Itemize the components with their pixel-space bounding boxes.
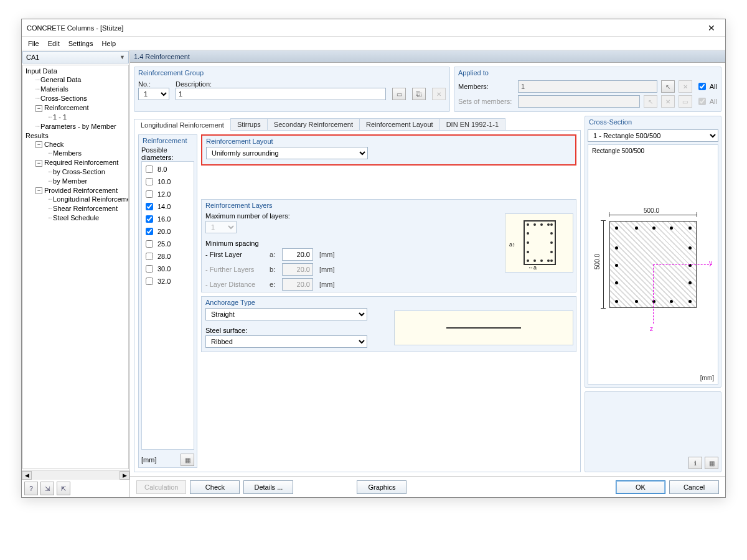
label-max-layers: Maximum number of layers: (202, 211, 499, 221)
menu-edit[interactable]: Edit (48, 40, 60, 47)
diameter-option[interactable]: 32.0 (143, 275, 192, 287)
menu-file[interactable]: File (28, 40, 39, 47)
tab-longitudinal[interactable]: Longitudinal Reinforcement (134, 119, 231, 131)
scroll-left-icon[interactable]: ◀ (22, 471, 32, 480)
help-icon[interactable]: ? (24, 482, 38, 495)
button-cancel[interactable]: Cancel (669, 480, 719, 494)
tree-longitudinal[interactable]: Longitudinal Reinforcement (23, 195, 128, 204)
svg-point-3 (540, 223, 543, 226)
group-reinforcement: Reinforcement Possible diameters: 8.010.… (138, 134, 197, 468)
button-graphics[interactable]: Graphics (357, 480, 406, 494)
info-icon[interactable]: ℹ (688, 457, 702, 469)
tab-layout[interactable]: Reinforcement Layout (359, 118, 440, 130)
svg-point-10 (550, 259, 553, 262)
tree-reinforcement[interactable]: −Reinforcement (23, 103, 128, 113)
label-mm-cross: [mm] (700, 375, 714, 381)
svg-point-2 (533, 223, 536, 226)
diameter-option[interactable]: 20.0 (143, 225, 192, 238)
export-icon[interactable]: ⇲ (40, 482, 54, 495)
checkbox-all-sets: All (696, 96, 717, 107)
tab-secondary[interactable]: Secondary Reinforcement (267, 118, 360, 130)
group-layout: Reinforcement Layout Uniformly surroundi… (201, 134, 576, 166)
copy-icon[interactable]: ⿻ (412, 88, 426, 100)
tree-check[interactable]: −Check (23, 140, 128, 149)
anchorage-preview (394, 310, 574, 345)
diameter-option[interactable]: 8.0 (143, 163, 192, 175)
group-reinforcement-group: Reinforcement Group No.: 1 Description: (134, 67, 450, 112)
tree-input-data[interactable]: Input Data (23, 67, 128, 75)
select-steel-surface[interactable]: Ribbed (205, 335, 367, 348)
button-ok[interactable]: OK (616, 480, 665, 494)
tree-members[interactable]: Members (23, 149, 128, 158)
input-b (282, 263, 313, 276)
label-further: - Further Layers (205, 266, 265, 273)
tree-shear[interactable]: Shear Reinforcement (23, 204, 128, 213)
tree-parameters[interactable]: Parameters - by Member (23, 122, 128, 131)
tab-din[interactable]: DIN EN 1992-1-1 (439, 118, 505, 130)
diameter-option[interactable]: 28.0 (143, 250, 192, 263)
label-no: No.: (138, 80, 169, 88)
svg-point-6 (527, 259, 529, 262)
group-title-cross: Cross-Section (585, 116, 721, 129)
label-members: Members: (458, 83, 514, 90)
page-title: 1.4 Reinforcement (130, 50, 725, 63)
delete-icon[interactable]: ✕ (432, 88, 446, 100)
minus-icon[interactable]: − (35, 187, 42, 194)
input-a[interactable] (282, 248, 313, 261)
minus-icon[interactable]: − (35, 105, 42, 112)
clear-icon[interactable]: ✕ (679, 80, 692, 93)
diameter-option[interactable]: 10.0 (143, 175, 192, 188)
diameter-option[interactable]: 25.0 (143, 238, 192, 250)
input-e (282, 278, 313, 291)
tree-r11[interactable]: 1 - 1 (23, 113, 128, 122)
menubar: File Edit Settings Help (22, 37, 725, 50)
minus-icon[interactable]: − (35, 141, 42, 148)
scroll-right-icon[interactable]: ▶ (120, 471, 129, 480)
label-mm: [mm] (141, 456, 156, 464)
import-icon[interactable]: ⇱ (57, 482, 70, 495)
input-desc[interactable] (176, 88, 386, 100)
pick-icon[interactable]: ↖ (661, 80, 675, 93)
tree-results[interactable]: Results (23, 131, 128, 140)
diameter-option[interactable]: 16.0 (143, 213, 192, 225)
diameter-option[interactable]: 30.0 (143, 263, 192, 275)
tree-required[interactable]: −Required Reinforcement (23, 158, 128, 167)
diameter-option[interactable]: 12.0 (143, 188, 192, 200)
checkbox-all-members[interactable]: All (696, 81, 717, 92)
case-selector[interactable]: CA1 ▼ (22, 51, 129, 63)
button-calculation[interactable]: Calculation (136, 480, 186, 494)
tree-by-member[interactable]: by Member (23, 177, 128, 186)
library2-icon[interactable]: ▦ (705, 457, 718, 469)
select-anchorage[interactable]: Straight (205, 308, 367, 320)
tree-provided[interactable]: −Provided Reinforcement (23, 186, 128, 195)
svg-point-14 (550, 232, 553, 235)
main: 1.4 Reinforcement Reinforcement Group No… (130, 50, 725, 497)
tree-materials[interactable]: Materials (23, 85, 128, 94)
group-anchorage: Anchorage Type Straight Steel surface: R… (201, 296, 576, 352)
close-icon[interactable]: ✕ (703, 22, 720, 34)
menu-settings[interactable]: Settings (68, 40, 93, 47)
diameter-option[interactable]: 14.0 (143, 200, 192, 213)
button-details[interactable]: Details ... (243, 480, 293, 494)
tree-general-data[interactable]: General Data (23, 75, 128, 85)
svg-point-13 (527, 251, 529, 253)
input-members[interactable] (518, 80, 657, 93)
menu-help[interactable]: Help (101, 40, 116, 47)
label-diameters: Possible diameters: (139, 146, 197, 161)
tree-scrollbar[interactable]: ◀ ▶ (22, 470, 129, 480)
diameters-list[interactable]: 8.010.012.014.016.020.025.028.030.032.0 (141, 161, 194, 450)
select-layout[interactable]: Uniformly surrounding (206, 147, 368, 159)
minus-icon[interactable]: − (35, 160, 42, 167)
button-check[interactable]: Check (190, 480, 240, 494)
select-cross-section[interactable]: 1 - Rectangle 500/500 (588, 129, 718, 142)
case-selector-value: CA1 (26, 54, 39, 61)
new-icon[interactable]: ▭ (392, 88, 406, 100)
tree-cross-sections[interactable]: Cross-Sections (23, 94, 128, 103)
library-icon[interactable]: ▦ (181, 454, 194, 466)
footer: Calculation Check Details ... Graphics O… (130, 476, 725, 497)
nav-tree[interactable]: Input Data General Data Materials Cross-… (22, 65, 129, 469)
tree-steel[interactable]: Steel Schedule (23, 213, 128, 223)
tree-by-cross[interactable]: by Cross-Section (23, 167, 128, 177)
select-no[interactable]: 1 (138, 88, 169, 100)
tab-stirrups[interactable]: Stirrups (230, 118, 268, 130)
